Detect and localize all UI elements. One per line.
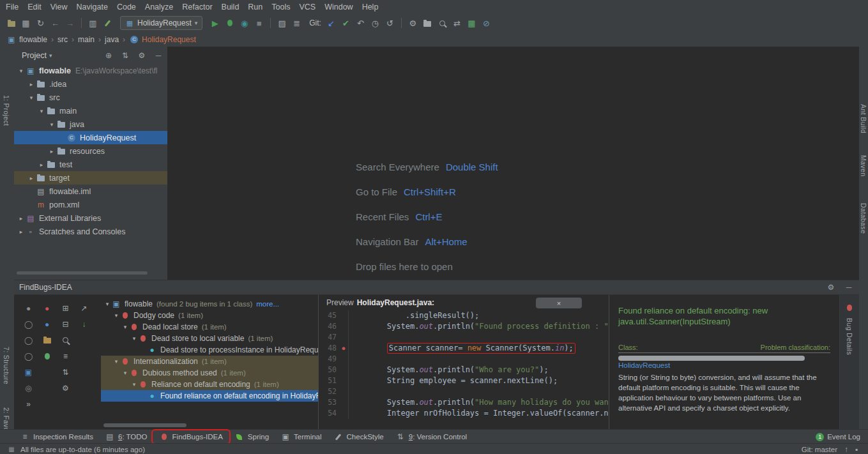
menu-item-refactor[interactable]: Refactor xyxy=(178,1,217,14)
toolwindow-toggle-icon[interactable]: ▦ xyxy=(6,444,17,454)
update-project-icon[interactable]: ↙ xyxy=(324,16,339,30)
menu-item-tools[interactable]: Tools xyxy=(267,1,294,14)
editor-area[interactable]: Search EverywhereDouble ShiftGo to FileC… xyxy=(167,47,859,280)
tree-toggle-icon[interactable]: ▸ xyxy=(27,81,36,87)
power-save-icon[interactable]: ⊘ xyxy=(479,16,494,30)
run-configuration-select[interactable]: ▦ HolidayRequest ▾ xyxy=(120,16,202,30)
menu-item-vcs[interactable]: VCS xyxy=(294,1,320,14)
bug-details-tab[interactable]: Bug Details xyxy=(839,295,859,430)
bug-tree-item-internationalization[interactable]: ▾Internationalization(1 item) xyxy=(101,356,318,367)
import-bugs-icon[interactable]: ↓ xyxy=(79,319,89,329)
bug-tree-item-dodgy-code[interactable]: ▾Dodgy code(1 item) xyxy=(101,310,318,321)
history-icon[interactable]: ◷ xyxy=(368,16,383,30)
bug-tree-item-dead-store-to-local-variable[interactable]: ▾Dead store to local variable(1 item) xyxy=(101,333,318,344)
tree-toggle-icon[interactable]: ▾ xyxy=(27,95,36,101)
export-bugs-icon[interactable]: ↗ xyxy=(79,303,89,314)
tree-toggle-icon[interactable]: ▾ xyxy=(37,108,46,114)
project-item-external-libraries[interactable]: ▸▤External Libraries xyxy=(14,211,167,225)
more-actions-icon[interactable]: » xyxy=(24,399,34,409)
project-item-test[interactable]: ▸test xyxy=(14,158,167,171)
settings-wrench-icon[interactable]: ⚙ xyxy=(406,16,420,30)
open-analysis-icon[interactable] xyxy=(42,335,52,345)
breadcrumb-item-src[interactable]: src xyxy=(56,35,69,44)
dump-threads-icon[interactable]: ≣ xyxy=(289,16,304,30)
bug-tree-item-dead-local-store[interactable]: ▾Dead local store(1 item) xyxy=(101,321,318,333)
menu-item-navigate[interactable]: Navigate xyxy=(72,1,112,14)
navigate-forward-icon[interactable]: → xyxy=(63,16,77,30)
scroll-to-source-icon[interactable]: ⇅ xyxy=(61,367,71,377)
menu-item-run[interactable]: Run xyxy=(243,1,267,14)
analyze-run-icon[interactable]: ● xyxy=(24,303,34,314)
project-item-pom-xml[interactable]: mpom.xml xyxy=(14,198,167,211)
help-info-icon[interactable]: ● xyxy=(42,319,52,329)
bug-tree-item-dubious-method-used[interactable]: ▾Dubious method used(1 item) xyxy=(101,367,318,379)
navigate-back-icon[interactable]: ← xyxy=(48,16,63,30)
close-preview-button[interactable]: × xyxy=(536,298,582,308)
menu-item-edit[interactable]: Edit xyxy=(23,1,46,14)
stripe-tab-structure[interactable]: 7: Structure xyxy=(3,347,10,384)
stripe-tab-project[interactable]: 1: Project xyxy=(3,95,10,126)
event-log-widget[interactable]: 1 Event Log xyxy=(816,430,860,444)
lock-icon[interactable]: ▪ xyxy=(851,444,862,454)
push-arrow-icon[interactable]: ↑ xyxy=(841,444,851,454)
settings-gear-icon[interactable]: ⚙ xyxy=(826,282,836,292)
search-bugs-icon[interactable] xyxy=(61,335,71,345)
tree-toggle-icon[interactable]: ▾ xyxy=(112,358,120,365)
find-usages-icon[interactable]: ⇄ xyxy=(450,16,464,30)
tree-toggle-icon[interactable]: ▸ xyxy=(37,162,46,168)
menu-item-file[interactable]: File xyxy=(1,1,23,14)
tab-findbugs-idea[interactable]: FindBugs-IDEA xyxy=(153,430,229,443)
save-all-icon[interactable]: ▦ xyxy=(19,16,33,30)
analysis-history-icon[interactable]: ◯ xyxy=(24,335,34,345)
tree-toggle-icon[interactable]: ▾ xyxy=(17,68,26,74)
project-item-flowable-iml[interactable]: ▤flowable.iml xyxy=(14,185,167,198)
tree-toggle-icon[interactable]: ▾ xyxy=(121,324,129,330)
stripe-tab-maven[interactable]: Maven xyxy=(860,155,867,177)
breadcrumb-item-main[interactable]: main xyxy=(77,35,96,44)
tree-toggle-icon[interactable]: ▾ xyxy=(130,335,138,342)
plugin-settings-icon[interactable]: ⚙ xyxy=(61,383,71,393)
menu-item-analyze[interactable]: Analyze xyxy=(141,1,178,14)
search-everywhere-icon[interactable] xyxy=(435,16,450,30)
breadcrumb-item-holidayrequest[interactable]: CHolidayRequest xyxy=(128,34,197,45)
run-icon[interactable]: ▶ xyxy=(208,16,222,30)
open-project-icon[interactable] xyxy=(4,16,19,30)
tree-toggle-icon[interactable]: ▾ xyxy=(121,370,129,376)
menu-item-help[interactable]: Help xyxy=(358,1,383,14)
tab-spring[interactable]: Spring xyxy=(229,430,275,443)
editor-layout-icon[interactable]: ▥ xyxy=(86,16,100,30)
settings-gear-icon[interactable]: ⚙ xyxy=(137,50,147,61)
menu-item-view[interactable]: View xyxy=(46,1,72,14)
stop-icon[interactable]: ■ xyxy=(252,16,266,30)
stripe-tab-database[interactable]: Database xyxy=(860,203,867,234)
project-item-main[interactable]: ▾main xyxy=(14,104,167,117)
breadcrumb-item-flowable[interactable]: ▣flowable xyxy=(5,34,49,45)
project-panel-title[interactable]: Project xyxy=(22,51,47,60)
git-branch-widget[interactable]: Git: master xyxy=(802,446,837,453)
bug-tree-item-reliance-on-default-encoding[interactable]: ▾Reliance on default encoding(1 item) xyxy=(101,379,318,390)
horizontal-scrollbar[interactable] xyxy=(17,271,148,275)
filter-bugs-icon[interactable]: ◯ xyxy=(24,319,34,329)
tab-checkstyle[interactable]: CheckStyle xyxy=(328,430,390,443)
profiler-icon[interactable]: ▨ xyxy=(275,16,289,30)
compare-folders-icon[interactable] xyxy=(420,16,435,30)
menu-item-code[interactable]: Code xyxy=(112,1,141,14)
menu-item-window[interactable]: Window xyxy=(320,1,357,14)
tree-toggle-icon[interactable]: ▾ xyxy=(47,121,56,128)
tree-toggle-icon[interactable]: ▾ xyxy=(103,301,111,307)
tab-terminal[interactable]: ▣Terminal xyxy=(275,430,327,443)
autoscroll-icon[interactable]: ▣ xyxy=(24,367,34,377)
horizontal-scrollbar[interactable] xyxy=(103,423,187,427)
group-by-icon[interactable]: ⊞ xyxy=(61,303,71,314)
coverage-icon[interactable]: ◉ xyxy=(237,16,252,30)
project-item-scratches-and-consoles[interactable]: ▸▫Scratches and Consoles xyxy=(14,225,167,238)
scratch-file-icon[interactable] xyxy=(100,16,115,30)
tree-toggle-icon[interactable]: ▸ xyxy=(47,148,56,155)
hide-panel-icon[interactable]: ─ xyxy=(844,282,854,292)
tab-inspection-results[interactable]: ≡Inspection Results xyxy=(14,430,99,443)
tree-toggle-icon[interactable]: ▸ xyxy=(17,215,26,222)
markdown-icon[interactable]: ▦ xyxy=(464,16,479,30)
tree-toggle-icon[interactable]: ▸ xyxy=(27,175,36,181)
synchronize-icon[interactable]: ↻ xyxy=(33,16,48,30)
breadcrumb-item-java[interactable]: java xyxy=(103,35,120,44)
